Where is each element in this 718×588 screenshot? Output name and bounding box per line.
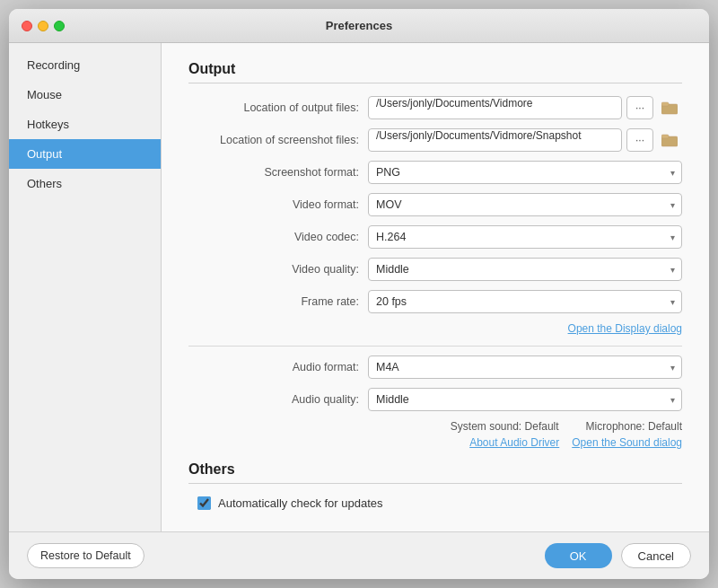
output-section: Output Location of output files: /Users/… <box>188 61 682 449</box>
video-format-select[interactable]: MOV MP4 AVI MKV <box>368 193 682 216</box>
content-area: Output Location of output files: /Users/… <box>162 43 709 531</box>
ok-button[interactable]: OK <box>545 543 612 568</box>
audio-quality-control: High Middle Low ▾ <box>368 388 682 411</box>
audio-format-label: Audio format: <box>188 361 368 373</box>
audio-info-row: System sound: Default Microphone: Defaul… <box>188 420 682 433</box>
microphone-label: Microphone: <box>586 420 645 433</box>
video-codec-wrapper: H.264 H.265 MPEG-4 ▾ <box>368 225 682 249</box>
audio-quality-wrapper: High Middle Low ▾ <box>368 388 682 411</box>
output-location-label: Location of output files: <box>188 101 368 114</box>
screenshot-location-row: Location of screenshot files: /Users/jon… <box>188 128 682 152</box>
auto-check-updates-checkbox[interactable] <box>197 496 211 510</box>
traffic-lights <box>22 21 65 31</box>
audio-format-wrapper: M4A MP3 AAC WMA ▾ <box>368 355 682 379</box>
svg-rect-3 <box>661 135 669 138</box>
auto-check-updates-row: Automatically check for updates <box>197 496 682 510</box>
others-section-title: Others <box>188 461 682 484</box>
screenshot-format-wrapper: PNG JPG BMP GIF ▾ <box>368 161 682 184</box>
audio-links-row: About Audio Driver Open the Sound dialog <box>188 436 682 449</box>
video-quality-select[interactable]: High Middle Low <box>368 258 682 281</box>
video-format-label: Video format: <box>188 198 368 211</box>
sidebar-item-mouse[interactable]: Mouse <box>9 80 161 110</box>
frame-rate-select[interactable]: 60 fps 30 fps 20 fps 15 fps 10 fps <box>368 290 682 313</box>
screenshot-format-control: PNG JPG BMP GIF ▾ <box>368 161 682 184</box>
video-quality-label: Video quality: <box>188 263 368 276</box>
output-location-row: Location of output files: /Users/jonly/D… <box>188 96 682 119</box>
system-sound-info: System sound: Default <box>451 420 559 433</box>
restore-default-button[interactable]: Restore to Default <box>27 543 144 568</box>
sidebar-item-output[interactable]: Output <box>9 139 161 169</box>
video-quality-control: High Middle Low ▾ <box>368 258 682 281</box>
about-audio-driver-link[interactable]: About Audio Driver <box>469 436 559 449</box>
sidebar: Recording Mouse Hotkeys Output Others <box>9 43 162 531</box>
video-codec-control: H.264 H.265 MPEG-4 ▾ <box>368 225 682 249</box>
screenshot-format-row: Screenshot format: PNG JPG BMP GIF ▾ <box>188 161 682 184</box>
maximize-button[interactable] <box>54 21 65 31</box>
screenshot-location-input[interactable]: /Users/jonly/Documents/Vidmore/Snapshot <box>368 128 622 152</box>
auto-check-updates-label: Automatically check for updates <box>218 496 383 510</box>
video-quality-row: Video quality: High Middle Low ▾ <box>188 258 682 281</box>
video-quality-wrapper: High Middle Low ▾ <box>368 258 682 281</box>
frame-rate-wrapper: 60 fps 30 fps 20 fps 15 fps 10 fps ▾ <box>368 290 682 313</box>
display-dialog-row: Open the Display dialog <box>188 322 682 335</box>
audio-quality-select[interactable]: High Middle Low <box>368 388 682 411</box>
audio-format-select[interactable]: M4A MP3 AAC WMA <box>368 355 682 379</box>
screenshot-location-ellipsis-button[interactable]: ··· <box>626 128 653 152</box>
main-content: Recording Mouse Hotkeys Output Others Ou… <box>9 43 709 531</box>
sidebar-item-others[interactable]: Others <box>9 169 161 198</box>
video-codec-row: Video codec: H.264 H.265 MPEG-4 ▾ <box>188 225 682 249</box>
system-sound-value: Default <box>525 420 559 433</box>
output-section-title: Output <box>188 61 682 83</box>
video-format-control: MOV MP4 AVI MKV ▾ <box>368 193 682 216</box>
frame-rate-control: 60 fps 30 fps 20 fps 15 fps 10 fps ▾ <box>368 290 682 313</box>
video-codec-label: Video codec: <box>188 231 368 243</box>
audio-format-row: Audio format: M4A MP3 AAC WMA ▾ <box>188 355 682 379</box>
sidebar-item-recording[interactable]: Recording <box>9 50 161 80</box>
system-sound-label: System sound: <box>451 420 521 433</box>
cancel-button[interactable]: Cancel <box>621 543 691 568</box>
video-codec-select[interactable]: H.264 H.265 MPEG-4 <box>368 225 682 249</box>
screenshot-location-folder-button[interactable] <box>657 128 682 152</box>
open-display-dialog-link[interactable]: Open the Display dialog <box>568 322 682 335</box>
output-location-ellipsis-button[interactable]: ··· <box>626 96 653 119</box>
frame-rate-label: Frame rate: <box>188 295 368 308</box>
output-location-input[interactable]: /Users/jonly/Documents/Vidmore <box>368 96 622 119</box>
window-title: Preferences <box>326 19 392 32</box>
screenshot-location-label: Location of screenshot files: <box>188 134 368 146</box>
titlebar: Preferences <box>9 9 709 43</box>
audio-divider <box>188 346 682 347</box>
minimize-button[interactable] <box>38 21 48 31</box>
video-format-wrapper: MOV MP4 AVI MKV ▾ <box>368 193 682 216</box>
frame-rate-row: Frame rate: 60 fps 30 fps 20 fps 15 fps … <box>188 290 682 313</box>
screenshot-format-label: Screenshot format: <box>188 166 368 179</box>
screenshot-format-select[interactable]: PNG JPG BMP GIF <box>368 161 682 184</box>
audio-format-control: M4A MP3 AAC WMA ▾ <box>368 355 682 379</box>
footer-right: OK Cancel <box>545 543 691 568</box>
microphone-info: Microphone: Default <box>586 420 682 433</box>
screenshot-location-control: /Users/jonly/Documents/Vidmore/Snapshot … <box>368 128 682 152</box>
microphone-value: Default <box>648 420 682 433</box>
output-location-folder-button[interactable] <box>657 96 682 119</box>
svg-rect-1 <box>661 102 669 106</box>
preferences-window: Preferences Recording Mouse Hotkeys Outp… <box>9 9 709 579</box>
others-section: Others Automatically check for updates <box>188 461 682 510</box>
close-button[interactable] <box>22 21 32 31</box>
footer: Restore to Default OK Cancel <box>9 531 709 579</box>
sidebar-item-hotkeys[interactable]: Hotkeys <box>9 110 161 139</box>
video-format-row: Video format: MOV MP4 AVI MKV ▾ <box>188 193 682 216</box>
audio-quality-row: Audio quality: High Middle Low ▾ <box>188 388 682 411</box>
audio-quality-label: Audio quality: <box>188 393 368 406</box>
output-location-control: /Users/jonly/Documents/Vidmore ··· <box>368 96 682 119</box>
open-sound-dialog-link[interactable]: Open the Sound dialog <box>572 436 682 449</box>
